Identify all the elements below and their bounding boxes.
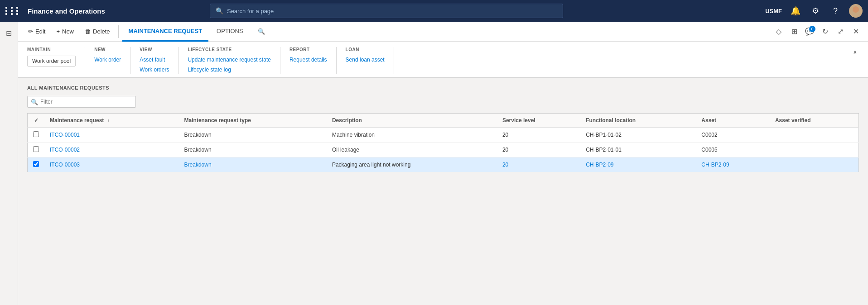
- notification-badge: 0: [809, 26, 815, 32]
- app-grid-button[interactable]: [5, 7, 20, 15]
- edit-label: Edit: [35, 28, 45, 35]
- cell-check[interactable]: [28, 128, 45, 143]
- search-icon: 🔍: [216, 7, 223, 14]
- cell-functional-location: CH-BP2-01-01: [580, 143, 696, 157]
- cell-functional-location: CH-BP2-09: [580, 157, 696, 172]
- cell-description: Packaging area light not working: [327, 157, 497, 172]
- ribbon-group-loan: LOAN Send loan asset: [346, 47, 394, 74]
- cell-asset-verified: [770, 143, 859, 157]
- group-loan-items: Send loan asset: [346, 56, 385, 64]
- cell-description: Oil leakage: [327, 143, 497, 157]
- bell-button[interactable]: 🔔: [789, 5, 802, 17]
- row-checkbox[interactable]: [33, 131, 39, 137]
- svg-point-0: [853, 6, 859, 13]
- request-id-link[interactable]: ITCO-00001: [50, 132, 80, 138]
- col-functional-location[interactable]: Functional location: [580, 114, 696, 128]
- filter-input-wrap: 🔍: [27, 96, 136, 108]
- tab-options[interactable]: OPTIONS: [210, 22, 250, 42]
- group-maintain-title: MAINTAIN: [27, 47, 76, 52]
- ribbon-search-icon: 🔍: [258, 28, 265, 35]
- ribbon-group-lifecycle: LIFECYCLE STATE Update maintenance reque…: [188, 47, 280, 74]
- bell-icon: 🔔: [791, 6, 800, 16]
- tab-maintenance-request[interactable]: MAINTENANCE REQUEST: [122, 22, 209, 42]
- office-button[interactable]: ⊞: [787, 25, 801, 38]
- refresh-icon: ↻: [822, 27, 828, 36]
- delete-button[interactable]: 🗑 Delete: [80, 24, 115, 40]
- avatar[interactable]: [849, 4, 863, 18]
- ribbon-content: MAINTAIN Work order pool NEW Work order …: [18, 42, 868, 78]
- ribbon-search-button[interactable]: 🔍: [253, 24, 270, 40]
- cell-check[interactable]: [28, 143, 45, 157]
- diamond-button[interactable]: ◇: [772, 25, 786, 38]
- row-checkbox[interactable]: [33, 146, 39, 152]
- group-view-title: VIEW: [140, 47, 169, 52]
- search-bar[interactable]: 🔍: [210, 4, 563, 18]
- asset-fault-button[interactable]: Asset fault: [140, 56, 165, 64]
- col-service-level[interactable]: Service level: [497, 114, 580, 128]
- cell-functional-location-value: CH-BP1-01-02: [586, 132, 622, 138]
- cell-request-id: ITCO-00001: [44, 128, 179, 143]
- cell-asset-value: C0002: [701, 132, 717, 138]
- filter-bar: 🔍: [27, 96, 859, 108]
- new-button[interactable]: + New: [52, 24, 78, 40]
- cell-service-level: 20: [497, 143, 580, 157]
- col-description[interactable]: Description: [327, 114, 497, 128]
- filter-input[interactable]: [27, 96, 136, 108]
- update-lifecycle-button[interactable]: Update maintenance request state: [188, 56, 270, 64]
- ribbon-group-report: REPORT Request details: [289, 47, 337, 74]
- close-button[interactable]: ✕: [849, 25, 863, 38]
- request-details-button[interactable]: Request details: [289, 56, 327, 64]
- app-title: Finance and Operations: [28, 7, 105, 15]
- edit-button[interactable]: ✏ Edit: [24, 24, 50, 40]
- ribbon-group-maintain: MAINTAIN Work order pool: [27, 47, 85, 74]
- table-body: ITCO-00001 Breakdown Machine vibration 2…: [28, 128, 859, 172]
- filter-search-icon: 🔍: [31, 99, 38, 105]
- col-asset[interactable]: Asset: [696, 114, 770, 128]
- work-order-button[interactable]: Work order: [94, 56, 121, 64]
- top-navigation: Finance and Operations 🔍 USMF 🔔 ⚙ ?: [0, 0, 868, 22]
- work-orders-button[interactable]: Work orders: [140, 66, 169, 74]
- ribbon-collapse-button[interactable]: ∧: [851, 47, 859, 57]
- cell-type-value: Breakdown: [184, 147, 212, 153]
- new-label: New: [62, 28, 74, 35]
- table-row[interactable]: ITCO-00001 Breakdown Machine vibration 2…: [28, 128, 859, 143]
- request-id-link[interactable]: ITCO-00002: [50, 147, 80, 153]
- sidebar-filter-button[interactable]: ⊟: [4, 27, 14, 39]
- tab-maintenance-label: MAINTENANCE REQUEST: [129, 28, 203, 34]
- search-input[interactable]: [227, 8, 557, 14]
- cell-description-value: Packaging area light not working: [332, 162, 410, 168]
- lifecycle-log-button[interactable]: Lifecycle state log: [188, 66, 231, 74]
- col-request-id[interactable]: Maintenance request ↑: [44, 114, 179, 128]
- ribbon-group-view: VIEW Asset fault Work orders: [140, 47, 178, 74]
- cell-check[interactable]: [28, 157, 45, 172]
- col-check[interactable]: ✓: [28, 114, 45, 128]
- chevron-up-icon: ∧: [853, 49, 857, 55]
- work-order-pool-button[interactable]: Work order pool: [27, 56, 76, 67]
- popout-button[interactable]: ⤢: [834, 25, 847, 38]
- group-report-items: Request details: [289, 56, 327, 64]
- col-asset-verified[interactable]: Asset verified: [770, 114, 859, 128]
- row-checkbox[interactable]: [33, 161, 39, 167]
- cell-type-value: Breakdown: [184, 132, 212, 138]
- cell-asset-verified: [770, 128, 859, 143]
- refresh-button[interactable]: ↻: [818, 25, 832, 38]
- content-area: ALL MAINTENANCE REQUESTS 🔍 ✓ Maintenance…: [18, 78, 868, 259]
- settings-button[interactable]: ⚙: [809, 5, 822, 17]
- trash-icon: 🗑: [85, 28, 91, 35]
- group-lifecycle-items: Update maintenance request state Lifecyc…: [188, 56, 270, 74]
- help-button[interactable]: ?: [829, 5, 842, 17]
- table-row[interactable]: ITCO-00003 Breakdown Packaging area ligh…: [28, 157, 859, 172]
- send-loan-asset-button[interactable]: Send loan asset: [346, 56, 385, 64]
- section-title: ALL MAINTENANCE REQUESTS: [27, 85, 859, 91]
- office-icon: ⊞: [791, 27, 797, 36]
- col-asset-label: Asset: [701, 117, 716, 124]
- ribbon-right-actions: ◇ ⊞ 💬 0 ↻ ⤢ ✕: [772, 25, 863, 38]
- main-wrapper: ✏ Edit + New 🗑 Delete MAINTENANCE REQUES…: [18, 22, 868, 259]
- close-icon: ✕: [853, 27, 859, 36]
- notification-button[interactable]: 💬 0: [803, 25, 816, 38]
- cell-asset: C0005: [696, 143, 770, 157]
- col-type[interactable]: Maintenance request type: [179, 114, 327, 128]
- group-report-title: REPORT: [289, 47, 327, 52]
- request-id-link[interactable]: ITCO-00003: [50, 162, 80, 168]
- table-row[interactable]: ITCO-00002 Breakdown Oil leakage 20 CH-B…: [28, 143, 859, 157]
